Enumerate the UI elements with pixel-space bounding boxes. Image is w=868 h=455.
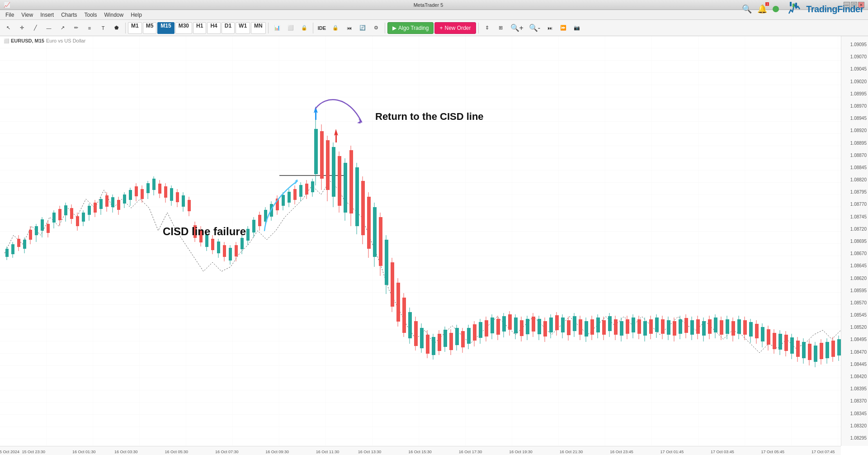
menu-item-tools[interactable]: Tools	[81, 10, 101, 19]
svg-rect-40	[94, 203, 97, 213]
chart-container: ⬜ EURUSD, M15 Euro vs US Dollar	[0, 36, 868, 455]
svg-rect-94	[252, 220, 255, 232]
settings-btn[interactable]: ⚙	[370, 22, 382, 34]
svg-rect-84	[223, 245, 226, 257]
svg-rect-264	[749, 322, 753, 337]
svg-rect-80	[211, 239, 214, 250]
tf-d1[interactable]: D1	[222, 22, 235, 34]
chart-type-btn[interactable]: 📊	[271, 22, 283, 34]
chart-candlestick-btn[interactable]: ⬜	[284, 22, 297, 34]
svg-rect-52	[129, 190, 132, 200]
chart-lock-btn[interactable]: 🔒	[298, 22, 311, 34]
zoom-in-btn[interactable]: 🔍+	[508, 22, 526, 34]
svg-rect-160	[443, 330, 447, 347]
svg-rect-26	[52, 213, 56, 223]
svg-rect-164	[455, 328, 459, 345]
svg-rect-206	[579, 319, 582, 335]
separator-5	[478, 23, 479, 33]
svg-rect-228	[643, 321, 647, 336]
svg-rect-198	[555, 315, 559, 330]
tf-w1[interactable]: W1	[236, 22, 250, 34]
prev-btn[interactable]: ⏮	[343, 22, 355, 34]
new-order-label: New Order	[444, 25, 471, 31]
chart-icon: ⬜	[4, 38, 9, 43]
svg-rect-288	[820, 343, 823, 359]
new-order-btn[interactable]: + New Order	[434, 22, 476, 34]
zoom-out-btn[interactable]: 🔍-	[527, 22, 542, 34]
zoom-icon-btn[interactable]: ⇕	[481, 22, 494, 34]
refresh-btn[interactable]: 🔄	[356, 22, 369, 34]
svg-rect-234	[661, 319, 665, 334]
menu-item-charts[interactable]: Charts	[57, 10, 80, 19]
tf-h1[interactable]: H1	[193, 22, 206, 34]
menu-item-insert[interactable]: Insert	[37, 10, 57, 19]
svg-rect-226	[637, 319, 641, 334]
tool-cursor[interactable]: ↖	[2, 22, 14, 34]
tf-m1[interactable]: M1	[128, 22, 142, 34]
tf-m15[interactable]: M15	[157, 22, 174, 34]
notification-icon[interactable]: 🔔 !	[757, 4, 767, 14]
tool-line[interactable]: ╱	[29, 22, 42, 34]
ide-btn[interactable]: IDE	[316, 22, 328, 34]
svg-rect-32	[70, 208, 73, 219]
svg-rect-200	[561, 318, 565, 332]
chart-shift-btn[interactable]: ⏭	[543, 22, 556, 34]
search-icon[interactable]: 🔍	[742, 4, 752, 14]
svg-rect-240	[679, 319, 682, 334]
algo-trading-label: Algo Trading	[398, 25, 429, 31]
svg-rect-82	[217, 242, 220, 253]
grid-btn[interactable]: ⊞	[495, 22, 507, 34]
tf-m30[interactable]: M30	[175, 22, 192, 34]
tool-pencil[interactable]: ✏	[70, 22, 82, 34]
svg-rect-64	[164, 186, 167, 198]
svg-rect-176	[491, 318, 494, 333]
svg-rect-122	[332, 147, 335, 197]
svg-rect-22	[41, 219, 44, 231]
menu-item-help[interactable]: Help	[127, 10, 146, 19]
svg-rect-250	[708, 319, 712, 334]
svg-rect-168	[467, 328, 471, 344]
svg-rect-1	[793, 4, 794, 7]
chart-canvas[interactable]: CISD line failure Return to the CISD lin…	[0, 36, 841, 446]
svg-rect-156	[432, 337, 435, 355]
svg-rect-262	[743, 320, 747, 335]
tf-mn[interactable]: MN	[251, 22, 266, 34]
svg-rect-42	[99, 199, 103, 209]
svg-rect-294	[837, 339, 841, 355]
tool-text[interactable]: T	[97, 22, 109, 34]
svg-rect-152	[420, 328, 424, 348]
auto-scroll-btn[interactable]: ⏩	[557, 22, 570, 34]
svg-rect-170	[473, 324, 476, 341]
svg-rect-132	[361, 181, 365, 235]
svg-rect-286	[814, 346, 817, 362]
svg-rect-112	[305, 184, 308, 194]
tool-channel[interactable]: ≡	[83, 22, 96, 34]
svg-rect-54	[135, 186, 138, 196]
svg-rect-18	[29, 230, 32, 240]
svg-rect-236	[667, 320, 670, 335]
lock-btn2[interactable]: 🔒	[329, 22, 342, 34]
menu-item-view[interactable]: View	[18, 10, 37, 19]
svg-rect-220	[620, 321, 623, 336]
menu-item-file[interactable]: File	[2, 10, 18, 19]
svg-rect-12	[11, 244, 14, 254]
svg-rect-96	[258, 215, 261, 226]
tf-m5[interactable]: M5	[143, 22, 157, 34]
tool-horizontal[interactable]: —	[42, 22, 55, 34]
price-axis	[841, 36, 868, 446]
tool-crosshair[interactable]: ✛	[15, 22, 28, 34]
svg-rect-214	[602, 320, 606, 335]
algo-trading-btn[interactable]: ▶ Algo Trading	[387, 22, 434, 34]
svg-rect-202	[567, 320, 571, 335]
toolbar: ↖ ✛ ╱ — ↗ ✏ ≡ T ⬟ M1 M5 M15 M30 H1 H4 D1…	[0, 20, 868, 36]
svg-rect-182	[508, 314, 512, 330]
screenshot-btn[interactable]: 📷	[571, 22, 583, 34]
svg-rect-34	[76, 216, 79, 226]
tool-arrow[interactable]: ↗	[56, 22, 69, 34]
svg-rect-266	[755, 324, 759, 338]
chart-description: Euro vs US Dollar	[46, 38, 85, 43]
tool-shapes[interactable]: ⬟	[110, 22, 123, 34]
tf-h4[interactable]: H4	[207, 22, 220, 34]
menu-item-window[interactable]: Window	[101, 10, 127, 19]
svg-rect-192	[538, 319, 541, 334]
